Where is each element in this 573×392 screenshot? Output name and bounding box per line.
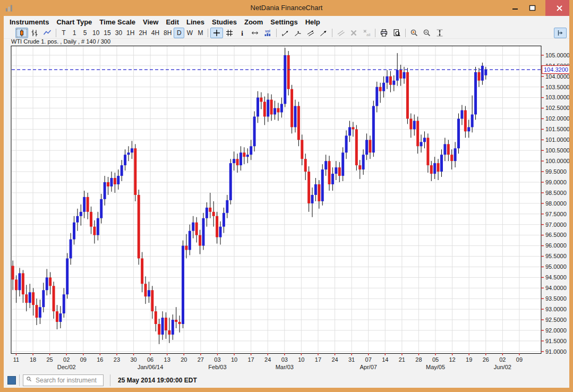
candle-body-down xyxy=(447,144,450,155)
parallel-channel-icon xyxy=(306,29,315,37)
candle-body-up xyxy=(124,155,126,165)
candle xyxy=(457,114,460,154)
window-close-button[interactable] xyxy=(545,0,573,16)
candlestick-chart-button[interactable] xyxy=(15,28,28,38)
candle-body-down xyxy=(477,72,480,81)
timescale-button-4h[interactable]: 4H xyxy=(149,28,161,38)
y-axis-label: 94.5000 xyxy=(545,274,567,280)
timescale-button-1h[interactable]: 1H xyxy=(124,28,136,38)
close-icon xyxy=(556,5,563,12)
menu-item-lines[interactable]: Lines xyxy=(183,18,208,26)
x-axis-label: 24 xyxy=(331,356,338,363)
candle-body-down xyxy=(36,305,38,318)
timescale-button-2h[interactable]: 2H xyxy=(136,28,149,38)
candle-body-down xyxy=(138,195,140,259)
candle-body-up xyxy=(324,161,327,169)
candle-body-up xyxy=(127,152,130,155)
timescale-button-w[interactable]: W xyxy=(184,28,195,38)
price-chart[interactable]: 91.000091.500092.000092.500093.000093.50… xyxy=(4,46,573,372)
candle-body-up xyxy=(382,83,385,91)
candle-body-up xyxy=(433,163,436,174)
status-color-button[interactable] xyxy=(7,376,16,385)
menu-item-view[interactable]: View xyxy=(139,18,162,26)
timescale-button-d[interactable]: D xyxy=(174,28,184,38)
timescale-button-15[interactable]: 15 xyxy=(101,28,113,38)
volume-button[interactable]: vol xyxy=(261,28,274,38)
app-window: NetDania FinanceChart InstrumentsChart T… xyxy=(0,0,573,392)
candle-body-up xyxy=(403,72,406,79)
parallel-channel-button[interactable] xyxy=(304,28,317,38)
zoom-in-icon xyxy=(410,29,418,37)
candle xyxy=(134,144,136,201)
grid-button[interactable] xyxy=(223,28,236,38)
candle-body-down xyxy=(158,324,160,335)
fit-vertical-button[interactable] xyxy=(433,28,446,38)
search-input[interactable] xyxy=(35,376,103,385)
toolbar-separator xyxy=(208,29,208,37)
menu-item-settings[interactable]: Settings xyxy=(267,18,301,26)
window-maximize-button[interactable] xyxy=(524,0,540,16)
menu-item-zoom[interactable]: Zoom xyxy=(241,18,267,26)
print-button[interactable] xyxy=(378,28,390,38)
scroll-horizontal-icon xyxy=(251,29,259,37)
candle-body-down xyxy=(437,163,440,172)
info-button[interactable]: i xyxy=(236,28,249,38)
timescale-button-5[interactable]: 5 xyxy=(80,28,90,38)
crosshair-button[interactable] xyxy=(210,28,223,38)
timescale-button-m[interactable]: M xyxy=(195,28,206,38)
menu-item-time-scale[interactable]: Time Scale xyxy=(96,18,139,26)
menu-item-help[interactable]: Help xyxy=(302,18,324,26)
y-axis-label: 91.5000 xyxy=(545,338,567,344)
candle xyxy=(406,68,409,124)
y-axis-label: 99.0000 xyxy=(545,179,567,185)
window-minimize-button[interactable] xyxy=(507,0,523,16)
y-axis-label: 94.0000 xyxy=(545,285,567,291)
x-axis-label: 30 xyxy=(130,356,136,363)
print-preview-button[interactable] xyxy=(390,28,403,38)
candle-body-up xyxy=(423,138,426,142)
candle-body-up xyxy=(420,142,423,146)
pointer-line-button[interactable] xyxy=(317,28,330,38)
x-axis-month-label: Mar/03 xyxy=(276,364,294,370)
timescale-button-1[interactable]: 1 xyxy=(69,28,80,38)
candle-body-up xyxy=(233,159,235,163)
trendline-ray-button[interactable] xyxy=(292,28,304,38)
timescale-button-8h[interactable]: 8H xyxy=(161,28,174,38)
zoom-out-button[interactable] xyxy=(421,28,433,38)
svg-text:i: i xyxy=(242,29,244,37)
dock-panel-button[interactable] xyxy=(554,28,567,38)
zoom-in-button[interactable] xyxy=(408,28,421,38)
y-axis-label: 100.0000 xyxy=(545,158,570,164)
trendline-button[interactable] xyxy=(279,28,292,38)
menu-item-instruments[interactable]: Instruments xyxy=(6,18,53,26)
y-axis-label: 100.5000 xyxy=(545,147,570,154)
candle xyxy=(138,190,140,265)
ohlc-bars-button[interactable] xyxy=(28,28,41,38)
x-axis-month-label: Jun/02 xyxy=(494,364,511,370)
candle-body-up xyxy=(39,307,41,318)
y-axis-label: 102.0000 xyxy=(545,115,570,122)
plot-area[interactable] xyxy=(11,46,541,354)
timescale-button-10[interactable]: 10 xyxy=(90,28,101,38)
timescale-button-t[interactable]: T xyxy=(58,28,69,38)
status-bar: 25 May 2014 19:00:00 EDT xyxy=(4,372,569,388)
line-chart-button[interactable] xyxy=(41,28,54,38)
menu-item-chart-type[interactable]: Chart Type xyxy=(53,18,96,26)
candle-body-down xyxy=(287,55,290,89)
candle-body-down xyxy=(301,140,303,159)
menu-item-studies[interactable]: Studies xyxy=(208,18,241,26)
statusbar-separator xyxy=(19,374,20,386)
menu-item-edit[interactable]: Edit xyxy=(162,18,183,26)
candle-body-down xyxy=(53,286,55,311)
y-axis-label: 98.0000 xyxy=(545,200,567,207)
candle-body-down xyxy=(307,172,310,203)
candle-body-up xyxy=(100,199,102,218)
timescale-button-30[interactable]: 30 xyxy=(113,28,124,38)
candle-body-down xyxy=(195,223,198,235)
candle-body-down xyxy=(318,184,320,201)
candle-body-up xyxy=(440,155,443,172)
candle-body-up xyxy=(341,152,344,176)
scroll-horizontal-button[interactable] xyxy=(249,28,261,38)
toolbar: T151015301H2H4H8HDWMivolall xyxy=(4,27,569,39)
candle xyxy=(284,48,286,107)
